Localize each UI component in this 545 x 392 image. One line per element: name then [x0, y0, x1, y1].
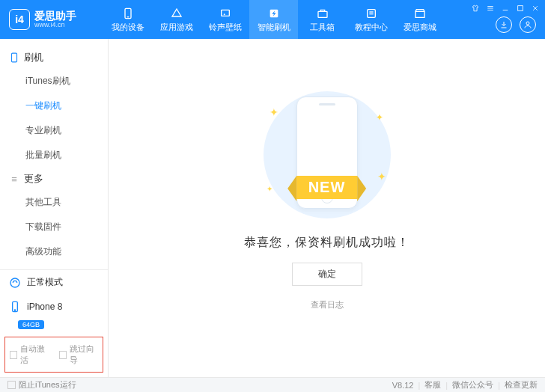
nav-toolbox[interactable]: 工具箱 [298, 0, 347, 39]
view-log-link[interactable]: 查看日志 [311, 299, 344, 310]
section-more-header[interactable]: ≡ 更多 [0, 168, 108, 190]
download-icon[interactable] [496, 16, 512, 33]
main-content: ✦ ✦ ✦ ✦ NEW 恭喜您，保资料刷机成功啦！ 确定 查看日志 [109, 39, 545, 377]
sparkle-icon: ✦ [270, 106, 278, 118]
book-icon [365, 7, 378, 20]
chk-label: 跳过向导 [70, 343, 98, 366]
sidebar-item-itunes-flash[interactable]: iTunes刷机 [0, 69, 108, 94]
device-row[interactable]: iPhone 8 [0, 295, 108, 319]
nav-label: 应用游戏 [160, 22, 193, 33]
minimize-icon[interactable] [500, 3, 511, 13]
apps-icon [170, 7, 183, 20]
menu-icon[interactable] [485, 3, 496, 13]
section-title: 刷机 [24, 51, 43, 64]
more-icon: ≡ [9, 174, 19, 184]
svg-point-17 [526, 22, 529, 25]
sidebar-item-other-tools[interactable]: 其他工具 [0, 190, 108, 215]
nav-apps[interactable]: 应用游戏 [152, 0, 201, 39]
logo-block: i4 爱思助手 www.i4.cn [6, 9, 103, 30]
logo-icon: i4 [9, 9, 30, 30]
separator: | [498, 381, 500, 390]
device-name: iPhone 8 [27, 301, 62, 312]
phone-outline-icon [9, 52, 19, 63]
svg-point-19 [10, 278, 19, 287]
nav-ringtones[interactable]: 铃声壁纸 [201, 0, 249, 39]
version-label: V8.12 [392, 381, 414, 390]
wechat-link[interactable]: 微信公众号 [452, 379, 493, 391]
nav-shop[interactable]: 爱思商城 [395, 0, 444, 39]
app-header: i4 爱思助手 www.i4.cn 我的设备 应用游戏 铃声壁纸 [0, 0, 545, 39]
flash-icon [267, 7, 281, 20]
check-update-link[interactable]: 检查更新 [505, 379, 538, 391]
svg-rect-5 [318, 11, 327, 17]
section-flash-header[interactable]: 刷机 [0, 46, 108, 69]
body: 刷机 iTunes刷机 一键刷机 专业刷机 批量刷机 ≡ 更多 其他工具 下载固… [0, 39, 545, 377]
nav-label: 智能刷机 [258, 22, 290, 33]
chk-label: 自动激活 [20, 343, 49, 366]
skip-wizard-checkbox[interactable]: 跳过向导 [59, 343, 98, 366]
block-itunes-checkbox[interactable]: 阻止iTunes运行 [7, 379, 76, 391]
toolbox-icon [316, 7, 329, 20]
brand-url: www.i4.cn [34, 22, 76, 28]
sidebar-scroll: 刷机 iTunes刷机 一键刷机 专业刷机 批量刷机 ≡ 更多 其他工具 下载固… [0, 39, 108, 269]
sidebar-item-advanced[interactable]: 高级功能 [0, 239, 108, 264]
phone-icon [121, 7, 135, 20]
checkbox-icon [59, 351, 67, 359]
sidebar-bottom: 正常模式 iPhone 8 64GB 自动激活 跳过向导 [0, 269, 108, 377]
sidebar-item-pro-flash[interactable]: 专业刷机 [0, 118, 108, 143]
main-nav: 我的设备 应用游戏 铃声壁纸 智能刷机 工具箱 [103, 0, 444, 39]
maximize-icon[interactable] [515, 3, 526, 13]
window-controls [470, 3, 541, 13]
svg-rect-2 [221, 10, 229, 16]
shop-icon [413, 7, 427, 20]
chk-label: 阻止iTunes运行 [19, 379, 76, 391]
brand-name: 爱思助手 [34, 10, 76, 22]
sidebar-item-batch-flash[interactable]: 批量刷机 [0, 143, 108, 168]
success-message: 恭喜您，保资料刷机成功啦！ [244, 235, 409, 251]
mode-row[interactable]: 正常模式 [0, 270, 108, 295]
support-link[interactable]: 客服 [424, 379, 441, 391]
device-icon [9, 301, 21, 313]
svg-point-21 [14, 310, 15, 310]
separator: | [445, 381, 448, 390]
checkbox-icon [7, 381, 16, 389]
checkbox-icon [10, 351, 17, 359]
mode-icon [9, 277, 21, 289]
status-bar: 阻止iTunes运行 V8.12 | 客服 | 微信公众号 | 检查更新 [0, 377, 545, 392]
options-box: 自动激活 跳过向导 [4, 337, 103, 373]
nav-label: 工具箱 [310, 22, 335, 33]
success-illustration: ✦ ✦ ✦ ✦ NEW [249, 91, 406, 218]
sidebar-item-oneclick-flash[interactable]: 一键刷机 [0, 94, 108, 118]
nav-label: 教程中心 [355, 22, 388, 33]
section-title: 更多 [24, 172, 43, 186]
user-icon[interactable] [520, 16, 536, 33]
auto-activate-checkbox[interactable]: 自动激活 [10, 343, 49, 366]
sparkle-icon: ✦ [267, 185, 272, 193]
sidebar: 刷机 iTunes刷机 一键刷机 专业刷机 批量刷机 ≡ 更多 其他工具 下载固… [0, 39, 109, 377]
confirm-button[interactable]: 确定 [292, 263, 362, 286]
nav-label: 爱思商城 [404, 22, 436, 33]
nav-tutorials[interactable]: 教程中心 [347, 0, 395, 39]
nav-flash[interactable]: 智能刷机 [249, 0, 298, 39]
sparkle-icon: ✦ [376, 112, 383, 123]
close-icon[interactable] [530, 3, 541, 13]
nav-label: 铃声壁纸 [209, 22, 242, 33]
new-banner: NEW [296, 176, 358, 199]
svg-rect-18 [12, 53, 17, 62]
separator: | [418, 381, 420, 390]
banner-text: NEW [296, 176, 358, 199]
svg-point-3 [223, 13, 225, 15]
nav-my-device[interactable]: 我的设备 [103, 0, 152, 39]
skin-icon[interactable] [470, 3, 481, 13]
header-action-icons [496, 16, 536, 33]
sparkle-icon: ✦ [377, 171, 386, 183]
sidebar-item-download-fw[interactable]: 下载固件 [0, 215, 108, 239]
mode-label: 正常模式 [27, 276, 63, 289]
svg-rect-13 [518, 6, 523, 11]
nav-label: 我的设备 [112, 22, 144, 33]
storage-badge: 64GB [18, 320, 44, 329]
music-icon [219, 7, 232, 20]
